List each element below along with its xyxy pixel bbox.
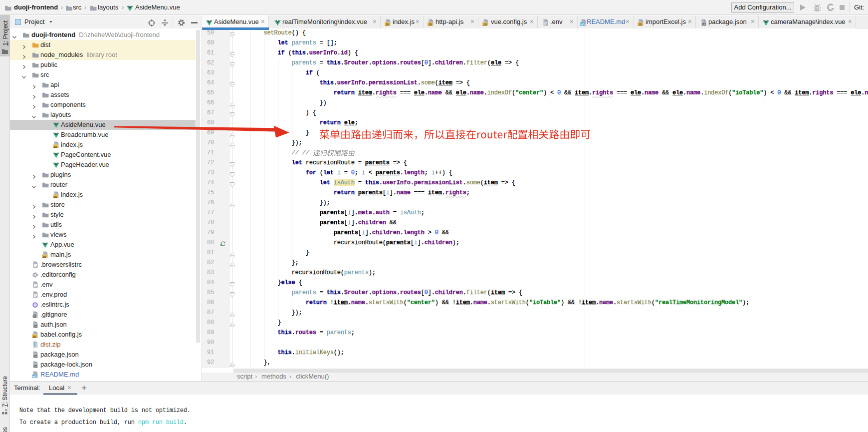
svg-text:JS: JS — [483, 22, 487, 26]
svg-text:JS: JS — [53, 195, 57, 198]
svg-text:JS: JS — [32, 335, 36, 338]
svg-text:JS: JS — [42, 255, 46, 258]
svg-text:MD: MD — [580, 23, 585, 26]
svg-text:JS: JS — [428, 22, 432, 26]
svg-text:MD: MD — [32, 375, 36, 378]
svg-text:JS: JS — [385, 22, 389, 26]
svg-text:JS: JS — [53, 145, 57, 148]
svg-text:JS: JS — [638, 22, 642, 26]
